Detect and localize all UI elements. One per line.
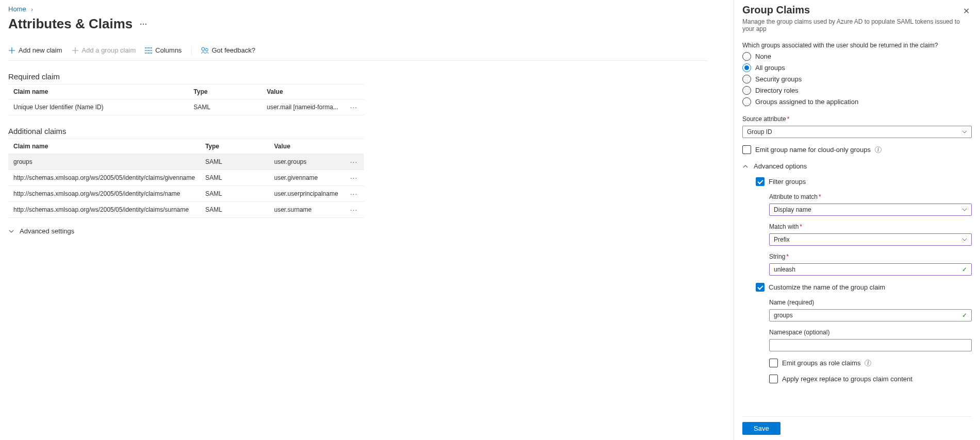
radio-all-groups[interactable]: All groups [742, 63, 972, 72]
required-claim-heading: Required claim [8, 72, 708, 81]
table-row[interactable]: http://schemas.xmlsoap.org/ws/2005/05/id… [8, 186, 364, 202]
radio-security-groups[interactable]: Security groups [742, 75, 972, 83]
claim-type: SAML [200, 186, 269, 202]
source-attribute-select[interactable]: Group ID [742, 126, 972, 138]
checkmark-icon: ✓ [962, 312, 967, 319]
feedback-icon [201, 47, 209, 54]
flyout-subtitle: Manage the group claims used by Azure AD… [742, 18, 972, 32]
info-icon[interactable]: i [875, 146, 882, 153]
table-row[interactable]: http://schemas.xmlsoap.org/ws/2005/05/id… [8, 170, 364, 186]
claim-type: SAML [200, 202, 269, 218]
claim-name: http://schemas.xmlsoap.org/ws/2005/05/id… [8, 186, 200, 202]
namespace-input[interactable] [769, 339, 972, 351]
claim-type: SAML [200, 154, 269, 170]
name-input[interactable]: groups ✓ [769, 309, 972, 321]
row-menu-icon[interactable]: ··· [350, 158, 358, 166]
table-row[interactable]: groupsSAMLuser.groups··· [8, 154, 364, 170]
breadcrumb: Home › [8, 0, 708, 16]
match-with-select[interactable]: Prefix [769, 233, 972, 246]
plus-icon [72, 47, 79, 54]
plus-icon [8, 47, 15, 54]
breadcrumb-home[interactable]: Home [8, 5, 26, 13]
chevron-down-icon [962, 207, 967, 212]
row-menu-icon[interactable]: ··· [350, 206, 358, 214]
row-menu-icon[interactable]: ··· [350, 190, 358, 198]
claim-value: user.surname [269, 202, 344, 218]
claim-value: user.groups [269, 154, 344, 170]
radio-directory-roles[interactable]: Directory roles [742, 86, 972, 95]
claim-name: groups [8, 154, 200, 170]
radio-none[interactable]: None [742, 52, 972, 61]
groups-question: Which groups associated with the user sh… [742, 42, 972, 49]
string-input[interactable]: unleash ✓ [769, 263, 972, 276]
apply-regex-checkbox[interactable]: Apply regex replace to groups claim cont… [769, 375, 972, 383]
attribute-to-match-select[interactable]: Display name [769, 204, 972, 216]
info-icon[interactable]: i [865, 360, 871, 366]
radio-assigned-groups[interactable]: Groups assigned to the application [742, 97, 972, 106]
row-menu-icon[interactable]: ··· [350, 103, 358, 111]
chevron-down-icon [8, 228, 14, 234]
advanced-options-toggle[interactable]: Advanced options [742, 162, 972, 170]
additional-claims-table: Claim name Type Value groupsSAMLuser.gro… [8, 139, 364, 218]
claim-value: user.userprincipalname [269, 186, 344, 202]
add-group-claim-button: Add a group claim [72, 44, 136, 56]
claim-name: Unique User Identifier (Name ID) [8, 99, 189, 115]
emit-cloud-checkbox[interactable]: Emit group name for cloud-only groups i [742, 145, 972, 154]
filter-groups-checkbox[interactable]: Filter groups [756, 177, 972, 186]
required-claims-table: Claim name Type Value Unique User Identi… [8, 84, 364, 115]
chevron-up-icon [742, 163, 749, 170]
chevron-down-icon [962, 129, 967, 134]
customize-name-checkbox[interactable]: Customize the name of the group claim [756, 283, 972, 292]
more-icon[interactable]: ··· [140, 20, 147, 28]
checkmark-icon: ✓ [962, 266, 967, 273]
table-row[interactable]: Unique User Identifier (Name ID)SAMLuser… [8, 99, 364, 115]
toolbar: Add new claim Add a group claim Columns … [8, 40, 708, 61]
add-new-claim-button[interactable]: Add new claim [8, 44, 62, 56]
advanced-settings-toggle[interactable]: Advanced settings [8, 227, 708, 235]
row-menu-icon[interactable]: ··· [350, 174, 358, 182]
emit-role-checkbox[interactable]: Emit groups as role claims i [769, 359, 972, 367]
page-title: Attributes & Claims ··· [8, 16, 708, 32]
claim-type: SAML [189, 99, 262, 115]
claim-name: http://schemas.xmlsoap.org/ws/2005/05/id… [8, 202, 200, 218]
additional-claims-heading: Additional claims [8, 127, 708, 136]
group-claims-flyout: Group Claims ✕ Manage the group claims u… [734, 0, 980, 440]
feedback-button[interactable]: Got feedback? [201, 44, 256, 56]
claim-value: user.givenname [269, 170, 344, 186]
table-row[interactable]: http://schemas.xmlsoap.org/ws/2005/05/id… [8, 202, 364, 218]
claim-name: http://schemas.xmlsoap.org/ws/2005/05/id… [8, 170, 200, 186]
chevron-down-icon [962, 237, 967, 242]
columns-icon [145, 47, 152, 54]
close-icon[interactable]: ✕ [961, 4, 972, 18]
claim-value: user.mail [nameid-forma... [261, 99, 343, 115]
chevron-right-icon: › [31, 6, 33, 12]
flyout-title: Group Claims [742, 4, 810, 16]
columns-button[interactable]: Columns [145, 44, 181, 56]
claim-type: SAML [200, 170, 269, 186]
save-button[interactable]: Save [742, 422, 780, 435]
